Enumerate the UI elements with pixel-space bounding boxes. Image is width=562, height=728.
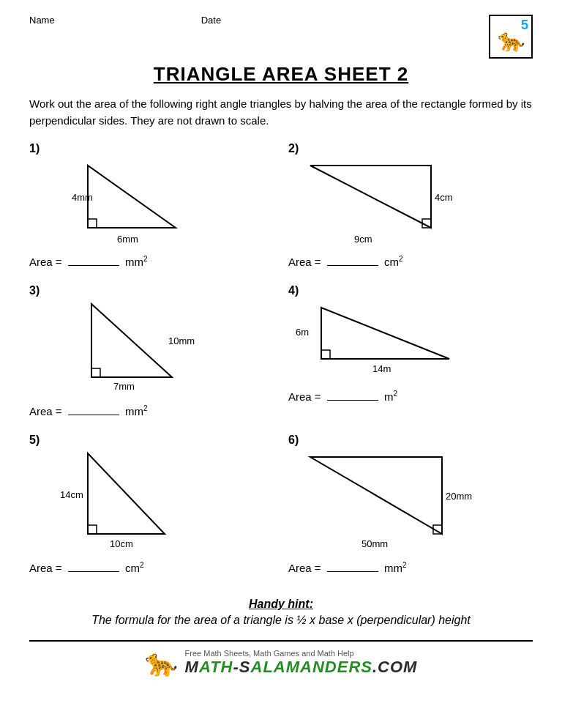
- svg-text:4mm: 4mm: [72, 192, 93, 203]
- date-label: Date: [201, 15, 221, 26]
- problem-5-number: 5): [29, 434, 274, 447]
- problem-6-number: 6): [288, 434, 533, 447]
- problem-4-area: Area = m2: [288, 390, 533, 403]
- svg-text:6m: 6m: [296, 327, 309, 338]
- triangle-3-container: 10mm 7mm: [29, 300, 274, 398]
- svg-text:50mm: 50mm: [361, 538, 388, 549]
- svg-marker-4: [310, 166, 431, 228]
- problem-1: 1) 4mm 6mm Area = mm2: [29, 142, 274, 268]
- unit-1: mm2: [125, 256, 148, 268]
- problem-5-area: Area = cm2: [29, 561, 274, 574]
- answer-blank-6: [327, 571, 378, 572]
- logo-number: 5: [521, 18, 528, 33]
- problem-2: 2) 4cm 9cm Area = cm2: [288, 142, 533, 268]
- footer-logo-icon: 🐆: [145, 647, 178, 678]
- unit-3: mm2: [125, 405, 148, 417]
- answer-blank-4: [327, 400, 378, 401]
- problem-4-number: 4): [288, 284, 533, 297]
- problem-5: 5) 14cm 10cm Area = cm2: [29, 434, 274, 574]
- footer: 🐆 Free Math Sheets, Math Games and Math …: [29, 640, 533, 678]
- svg-rect-9: [91, 368, 100, 377]
- footer-tagline: Free Math Sheets, Math Games and Math He…: [185, 649, 418, 658]
- problem-6: 6) 20mm 50mm Area = mm2: [288, 434, 533, 574]
- name-label: Name: [29, 15, 55, 26]
- instructions: Work out the area of the following right…: [29, 96, 533, 129]
- logo-box: 5 🐆: [489, 15, 533, 59]
- triangle-4-svg: 6m 14m: [288, 300, 457, 381]
- header: Name Date 5 🐆: [29, 15, 533, 59]
- svg-rect-1: [88, 219, 97, 228]
- unit-5: cm2: [125, 562, 144, 574]
- problems-grid: 1) 4mm 6mm Area = mm2 2): [29, 142, 533, 590]
- problem-3-number: 3): [29, 284, 274, 297]
- svg-marker-20: [310, 457, 442, 534]
- triangle-1-svg: 4mm 6mm: [29, 158, 168, 246]
- problem-1-number: 1): [29, 142, 274, 155]
- triangle-2-container: 4cm 9cm: [288, 158, 533, 249]
- hint-title: Handy hint:: [29, 598, 533, 611]
- unit-2: cm2: [384, 256, 403, 268]
- problem-2-number: 2): [288, 142, 533, 155]
- name-date-labels: Name Date: [29, 15, 221, 26]
- brand-math: M: [185, 658, 199, 676]
- answer-blank-2: [327, 265, 378, 266]
- logo-animal-icon: 🐆: [498, 27, 525, 53]
- svg-rect-17: [88, 525, 97, 534]
- hint-text: The formula for the area of a triangle i…: [29, 614, 533, 627]
- footer-brand: MATH-SALAMANDERS.COM: [185, 658, 418, 677]
- answer-blank-1: [68, 265, 119, 266]
- svg-marker-0: [88, 166, 176, 228]
- svg-text:10cm: 10cm: [110, 538, 133, 549]
- page-title: TRIANGLE AREA SHEET 2: [29, 63, 533, 86]
- svg-text:10mm: 10mm: [168, 335, 195, 346]
- svg-text:7mm: 7mm: [113, 381, 135, 392]
- svg-marker-12: [321, 308, 449, 359]
- svg-text:14cm: 14cm: [60, 489, 83, 500]
- triangle-2-svg: 4cm 9cm: [288, 158, 449, 246]
- triangle-6-container: 20mm 50mm: [288, 450, 533, 555]
- triangle-6-svg: 20mm 50mm: [288, 450, 457, 552]
- problem-4: 4) 6m 14m Area = m2: [288, 284, 533, 417]
- svg-marker-8: [91, 304, 172, 377]
- triangle-4-container: 6m 14m: [288, 300, 533, 384]
- problem-6-area: Area = mm2: [288, 561, 533, 574]
- triangle-1-container: 4mm 6mm: [29, 158, 274, 249]
- triangle-5-container: 14cm 10cm: [29, 450, 274, 555]
- unit-4: m2: [384, 390, 397, 403]
- triangle-5-svg: 14cm 10cm: [29, 450, 176, 552]
- hint-section: Handy hint: The formula for the area of …: [29, 598, 533, 627]
- svg-text:20mm: 20mm: [446, 491, 472, 502]
- problem-1-area: Area = mm2: [29, 255, 274, 268]
- problem-2-area: Area = cm2: [288, 255, 533, 268]
- svg-text:4cm: 4cm: [435, 192, 453, 203]
- svg-rect-13: [321, 350, 330, 359]
- problem-3: 3) 10mm 7mm Area = mm2: [29, 284, 274, 417]
- svg-marker-16: [88, 453, 165, 534]
- triangle-3-svg: 10mm 7mm: [29, 300, 176, 395]
- unit-6: mm2: [384, 562, 407, 574]
- answer-blank-3: [68, 415, 119, 415]
- footer-logo: 🐆 Free Math Sheets, Math Games and Math …: [29, 647, 533, 678]
- footer-text-block: Free Math Sheets, Math Games and Math He…: [185, 649, 418, 677]
- svg-text:6mm: 6mm: [117, 234, 138, 245]
- answer-blank-5: [68, 571, 119, 572]
- problem-3-area: Area = mm2: [29, 404, 274, 417]
- svg-text:14m: 14m: [372, 363, 391, 374]
- svg-text:9cm: 9cm: [354, 234, 372, 245]
